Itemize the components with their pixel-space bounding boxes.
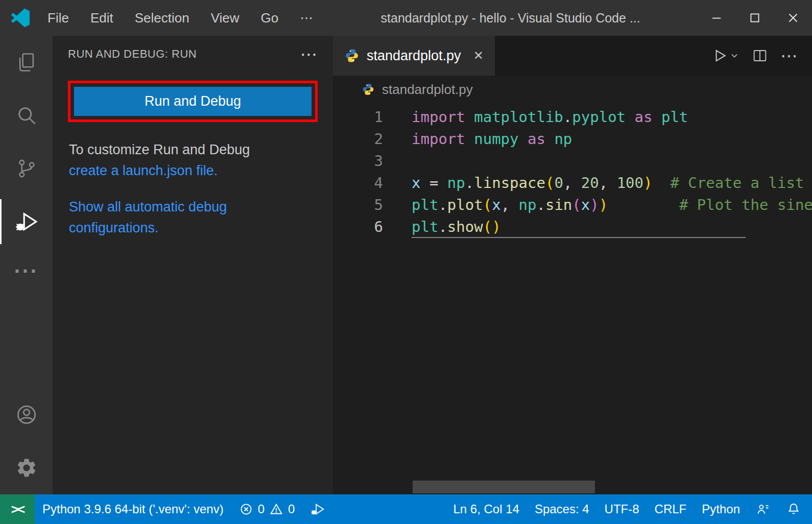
line-number: 3 — [333, 150, 412, 172]
tab-standardplot[interactable]: standardplot.py ✕ — [333, 36, 495, 76]
minimize-button[interactable] — [697, 0, 735, 36]
menu-file[interactable]: File — [37, 0, 80, 36]
remote-indicator[interactable]: >< — [0, 494, 35, 524]
code-line[interactable]: 2import numpy as np — [333, 128, 812, 150]
editor-more-button[interactable]: ⋯ — [780, 47, 798, 64]
feedback-status[interactable] — [748, 494, 778, 524]
eol: CRLF — [655, 502, 687, 516]
code-line[interactable]: 3 — [333, 150, 812, 172]
main-area: ··· RUN AND DEBUG: RUN ⋯ — [0, 36, 812, 494]
search-icon — [15, 104, 38, 127]
activity-source-control[interactable] — [0, 142, 53, 195]
eol-status[interactable]: CRLF — [647, 494, 695, 524]
warning-icon — [269, 502, 283, 516]
split-editor-icon[interactable] — [752, 47, 768, 64]
python-file-icon — [344, 48, 360, 63]
python-interpreter-status[interactable]: Python 3.9.6 64-bit ('.venv': venv) — [35, 494, 231, 524]
debug-status-icon — [310, 502, 325, 517]
line-number: 6 — [333, 216, 412, 238]
account-icon — [15, 403, 38, 426]
minimize-icon — [709, 11, 724, 25]
error-icon — [239, 502, 253, 516]
debug-status[interactable] — [302, 494, 333, 524]
line-content: import numpy as np — [412, 128, 812, 150]
line-content: x = np.linspace(0, 20, 100) # Create a l… — [412, 172, 812, 194]
run-and-debug-icon — [14, 209, 39, 234]
show-debug-configs-link[interactable]: Show all automatic debug configurations. — [69, 199, 227, 235]
activity-accounts[interactable] — [0, 388, 53, 441]
menu-go[interactable]: Go — [250, 0, 290, 36]
maximize-button[interactable] — [735, 0, 774, 36]
activity-search[interactable] — [0, 89, 53, 142]
run-and-debug-button[interactable]: Run and Debug — [74, 87, 312, 116]
vscode-logo-svg — [11, 9, 30, 27]
create-launch-json-link[interactable]: create a launch.json file. — [69, 163, 218, 178]
problems-status[interactable]: 0 0 — [231, 494, 303, 524]
line-number: 5 — [333, 194, 412, 216]
menubar: File Edit Selection View Go ⋯ — [37, 0, 324, 36]
menu-selection[interactable]: Selection — [124, 0, 200, 36]
menu-edit[interactable]: Edit — [80, 0, 124, 36]
activity-more[interactable]: ··· — [0, 248, 53, 301]
feedback-icon — [755, 502, 771, 517]
gear-icon — [15, 457, 38, 479]
customize-hint: To customize Run and Debug create a laun… — [69, 139, 317, 181]
status-right: Ln 6, Col 14 Spaces: 4 UTF-8 CRLF Python — [445, 494, 812, 524]
line-content — [412, 150, 812, 172]
panel-more-button[interactable]: ⋯ — [300, 45, 318, 63]
interpreter-label: Python 3.9.6 64-bit ('.venv': venv) — [42, 502, 224, 516]
editor-actions: ⋯ — [711, 36, 812, 76]
titlebar: File Edit Selection View Go ⋯ standardpl… — [0, 0, 812, 36]
bell-icon — [786, 502, 801, 517]
activity-run-and-debug[interactable] — [0, 195, 53, 248]
activity-settings[interactable] — [0, 441, 53, 494]
language-mode: Python — [702, 502, 740, 516]
line-number: 4 — [333, 172, 412, 194]
close-button[interactable] — [774, 0, 812, 36]
breadcrumb[interactable]: standardplot.py — [333, 76, 812, 103]
close-icon — [785, 10, 801, 26]
encoding-status[interactable]: UTF-8 — [597, 494, 647, 524]
editor-group: standardplot.py ✕ — [333, 36, 812, 494]
code-area[interactable]: 1import matplotlib.pyplot as plt2import … — [333, 103, 812, 494]
notifications-status[interactable] — [778, 494, 809, 524]
status-bar: >< Python 3.9.6 64-bit ('.venv': venv) 0… — [0, 494, 812, 524]
panel-title: RUN AND DEBUG: RUN — [68, 47, 197, 61]
window-controls — [697, 0, 812, 36]
tab-label: standardplot.py — [367, 48, 461, 64]
panel-header: RUN AND DEBUG: RUN ⋯ — [53, 36, 333, 73]
annotation-highlight: Run and Debug — [68, 81, 318, 122]
code-line[interactable]: 1import matplotlib.pyplot as plt — [333, 106, 812, 128]
run-file-button[interactable] — [711, 47, 739, 64]
tab-close-button[interactable]: ✕ — [473, 49, 484, 63]
vscode-window: File Edit Selection View Go ⋯ standardpl… — [0, 0, 812, 524]
window-title: standardplot.py - hello - Visual Studio … — [324, 11, 697, 26]
source-control-icon — [15, 157, 38, 180]
menu-view[interactable]: View — [200, 0, 250, 36]
error-count: 0 — [258, 502, 265, 516]
explorer-icon — [15, 51, 38, 74]
run-debug-panel: RUN AND DEBUG: RUN ⋯ Run and Debug To cu… — [53, 36, 333, 494]
auto-debug-hint: Show all automatic debug configurations. — [69, 197, 317, 239]
indentation: Spaces: 4 — [535, 502, 589, 516]
encoding: UTF-8 — [605, 502, 639, 516]
menu-more[interactable]: ⋯ — [289, 0, 324, 36]
line-content: plt.show() — [412, 216, 812, 238]
line-content: import matplotlib.pyplot as plt — [412, 106, 812, 128]
language-mode-status[interactable]: Python — [694, 494, 748, 524]
indentation-status[interactable]: Spaces: 4 — [527, 494, 597, 524]
code-line[interactable]: 5plt.plot(x, np.sin(x)) # Plot the sine — [333, 194, 812, 216]
tab-bar: standardplot.py ✕ — [333, 36, 812, 76]
code-line[interactable]: 6plt.show() — [333, 216, 812, 238]
cursor-position: Ln 6, Col 14 — [453, 502, 519, 516]
activity-explorer[interactable] — [0, 36, 53, 89]
maximize-icon — [748, 11, 762, 25]
horizontal-scrollbar[interactable] — [413, 481, 595, 493]
cursor-position-status[interactable]: Ln 6, Col 14 — [445, 494, 527, 524]
code-lines: 1import matplotlib.pyplot as plt2import … — [333, 106, 812, 238]
more-icon: ··· — [14, 260, 39, 282]
chevron-down-icon — [729, 51, 739, 61]
customize-text: To customize Run and Debug — [69, 142, 250, 157]
line-number: 2 — [333, 128, 412, 150]
code-line[interactable]: 4x = np.linspace(0, 20, 100) # Create a … — [333, 172, 812, 194]
